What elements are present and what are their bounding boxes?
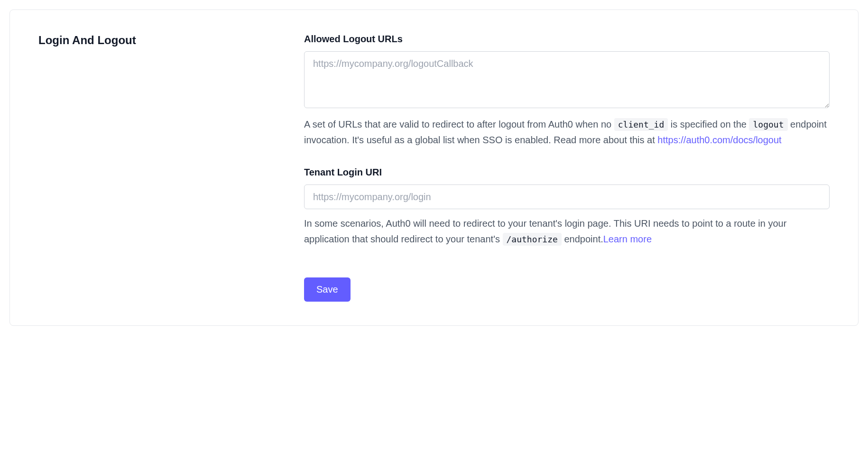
tenant-login-uri-help: In some scenarios, Auth0 will need to re… bbox=[304, 216, 830, 247]
logout-code: logout bbox=[749, 118, 787, 131]
help-text-segment: endpoint. bbox=[564, 234, 603, 244]
tenant-login-uri-input[interactable] bbox=[304, 184, 830, 209]
section-header-column: Login And Logout bbox=[38, 34, 285, 302]
section-title: Login And Logout bbox=[38, 34, 285, 47]
learn-more-link[interactable]: Learn more bbox=[603, 234, 652, 244]
settings-card: Login And Logout Allowed Logout URLs A s… bbox=[9, 9, 859, 326]
allowed-logout-urls-input[interactable] bbox=[304, 51, 830, 108]
allowed-logout-urls-label: Allowed Logout URLs bbox=[304, 34, 830, 45]
help-text-segment: is specified on the bbox=[671, 119, 749, 129]
logout-docs-link[interactable]: https://auth0.com/docs/logout bbox=[657, 135, 781, 145]
authorize-code: /authorize bbox=[503, 233, 562, 246]
client-id-code: client_id bbox=[614, 118, 668, 131]
tenant-login-uri-field: Tenant Login URI In some scenarios, Auth… bbox=[304, 167, 830, 247]
tenant-login-uri-label: Tenant Login URI bbox=[304, 167, 830, 178]
allowed-logout-urls-help: A set of URLs that are valid to redirect… bbox=[304, 117, 830, 148]
help-text-segment: A set of URLs that are valid to redirect… bbox=[304, 119, 614, 129]
fields-column: Allowed Logout URLs A set of URLs that a… bbox=[304, 34, 830, 302]
save-button[interactable]: Save bbox=[304, 277, 351, 302]
allowed-logout-urls-field: Allowed Logout URLs A set of URLs that a… bbox=[304, 34, 830, 148]
